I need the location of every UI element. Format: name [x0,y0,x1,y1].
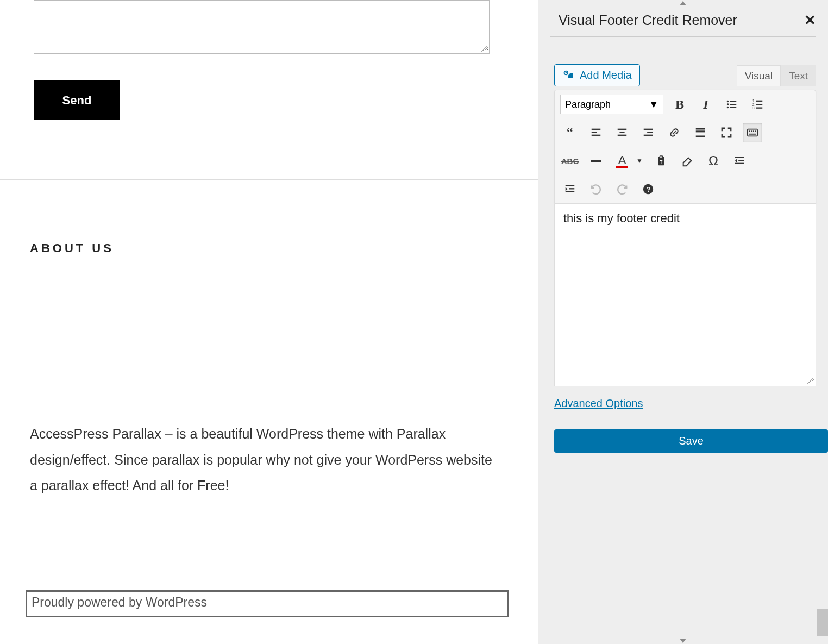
section-divider [0,179,538,180]
text-color-button[interactable]: A [612,151,632,171]
svg-text:3: 3 [752,106,755,110]
number-list-icon: 123 [752,98,764,110]
link-button[interactable] [664,123,684,142]
svg-rect-14 [592,129,601,130]
svg-point-4 [727,103,729,105]
scroll-down-icon[interactable] [680,639,686,643]
preview-pane: Send ABOUT US AccessPress Parallax – is … [0,0,538,644]
svg-rect-18 [619,132,624,133]
advanced-options-link[interactable]: Advanced Options [554,397,828,410]
special-char-button[interactable]: Ω [704,151,723,171]
svg-rect-32 [749,134,756,135]
read-more-icon [694,127,706,139]
horizontal-rule-button[interactable] [586,151,606,171]
svg-rect-5 [730,104,736,105]
outdent-icon [733,155,745,167]
editor-resize-footer[interactable] [554,372,816,386]
format-select[interactable]: Paragraph ▼ [560,95,663,114]
redo-icon [616,183,628,195]
bold-button[interactable]: B [670,95,689,114]
svg-text:?: ? [647,185,651,193]
svg-rect-41 [566,191,575,192]
undo-button[interactable] [586,179,606,199]
svg-rect-34 [660,156,663,158]
fullscreen-icon [720,127,732,139]
svg-text:T: T [660,160,662,165]
blockquote-button[interactable]: “ [560,123,580,142]
save-button[interactable]: Save [554,429,828,453]
svg-rect-40 [569,188,574,189]
redo-button[interactable] [612,179,632,199]
svg-rect-11 [756,104,762,105]
close-icon[interactable]: ✕ [804,12,816,29]
scrollbar-thumb[interactable] [817,609,828,636]
editor-content-area[interactable]: this is my footer credit [554,204,816,372]
svg-rect-37 [738,160,744,161]
align-center-button[interactable] [612,123,632,142]
clipboard-icon: T [655,155,667,167]
text-color-dropdown[interactable]: ▼ [634,151,645,171]
add-media-label: Add Media [580,69,632,82]
svg-rect-39 [566,185,575,186]
svg-rect-27 [748,129,757,136]
scroll-up-icon[interactable] [680,1,686,5]
help-icon: ? [642,183,654,195]
strikethrough-button[interactable]: ABC [560,151,580,171]
svg-rect-17 [618,129,627,130]
svg-rect-22 [644,135,653,136]
svg-rect-38 [735,163,744,164]
svg-rect-29 [751,130,752,132]
svg-point-2 [727,101,729,103]
number-list-button[interactable]: 123 [748,95,768,114]
svg-rect-7 [730,107,736,108]
message-textarea[interactable] [34,0,490,54]
customizer-panel: Visual Footer Credit Remover ✕ Add Media… [538,0,828,644]
panel-title: Visual Footer Credit Remover [559,12,737,28]
align-center-icon [616,127,628,139]
paste-text-button[interactable]: T [651,151,671,171]
about-heading: ABOUT US [30,241,114,255]
svg-rect-9 [756,101,762,102]
format-select-label: Paragraph [565,99,611,110]
keyboard-icon [747,127,758,139]
svg-rect-26 [696,136,705,137]
bullet-list-button[interactable] [722,95,742,114]
svg-rect-19 [618,135,627,136]
svg-rect-16 [592,135,601,136]
svg-rect-25 [696,130,705,132]
eraser-icon [681,155,693,167]
clear-formatting-button[interactable] [678,151,697,171]
svg-rect-24 [696,132,705,133]
indent-button[interactable] [560,179,580,199]
svg-point-1 [566,72,567,73]
svg-rect-15 [592,132,597,133]
send-button[interactable]: Send [34,80,120,120]
align-right-button[interactable] [638,123,658,142]
svg-rect-30 [753,130,754,132]
read-more-button[interactable] [691,123,710,142]
align-left-icon [590,127,602,139]
italic-button[interactable]: I [696,95,716,114]
tab-text[interactable]: Text [781,65,816,86]
link-icon [668,127,680,139]
help-button[interactable]: ? [638,179,658,199]
media-icon [562,70,574,81]
fullscreen-button[interactable] [717,123,736,142]
indent-icon [564,183,576,195]
svg-rect-36 [735,157,744,158]
tab-visual[interactable]: Visual [737,65,781,86]
svg-rect-21 [647,132,653,133]
align-right-icon [642,127,654,139]
svg-rect-20 [644,129,653,130]
svg-rect-28 [749,130,750,132]
bullet-list-icon [726,98,738,110]
add-media-button[interactable]: Add Media [554,64,640,86]
undo-icon [590,183,602,195]
align-left-button[interactable] [586,123,606,142]
svg-rect-13 [756,108,762,109]
outdent-button[interactable] [730,151,749,171]
svg-rect-31 [755,130,756,132]
footer-credit-highlight[interactable]: Proudly powered by WordPress [26,590,509,617]
svg-point-6 [727,107,729,109]
toggle-toolbar-button[interactable] [743,123,762,142]
